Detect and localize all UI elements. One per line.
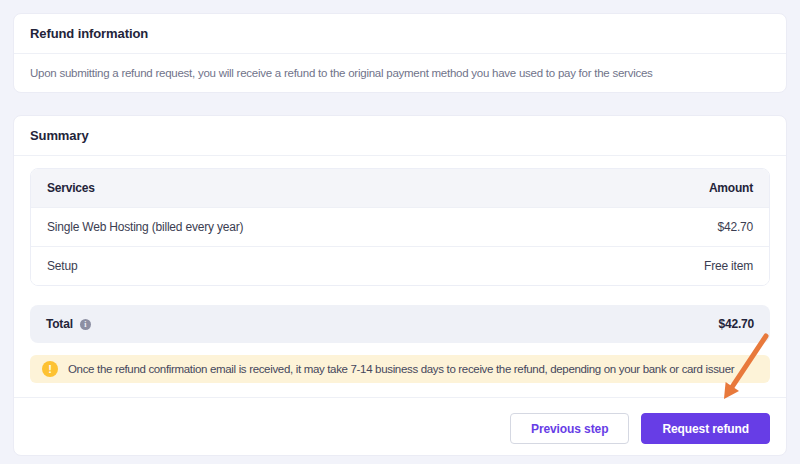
summary-content: Services Amount Single Web Hosting (bill… <box>14 156 786 383</box>
summary-card: Summary Services Amount Single Web Hosti… <box>13 115 787 456</box>
refund-information-title: Refund information <box>14 14 786 54</box>
summary-title: Summary <box>14 116 786 156</box>
service-name: Single Web Hosting (billed every year) <box>47 220 243 234</box>
total-amount: $42.70 <box>718 317 754 331</box>
request-refund-button[interactable]: Request refund <box>641 413 770 444</box>
table-row: Single Web Hosting (billed every year) $… <box>31 207 769 246</box>
total-label: Total <box>46 317 73 331</box>
refund-notice-banner: ! Once the refund confirmation email is … <box>30 355 770 383</box>
services-table: Services Amount Single Web Hosting (bill… <box>30 168 770 286</box>
refund-notice-text: Once the refund confirmation email is re… <box>68 363 734 375</box>
service-amount: Free item <box>704 259 753 273</box>
service-amount: $42.70 <box>717 220 753 234</box>
service-name: Setup <box>47 259 77 273</box>
refund-information-card: Refund information Upon submitting a ref… <box>13 13 787 93</box>
refund-page: Refund information Upon submitting a ref… <box>0 0 800 464</box>
previous-step-button[interactable]: Previous step <box>510 413 629 444</box>
summary-footer: Previous step Request refund <box>14 397 786 455</box>
table-row: Setup Free item <box>31 246 769 285</box>
total-row: Total i $42.70 <box>30 305 770 343</box>
info-circle-icon[interactable]: i <box>80 319 91 330</box>
warning-circle-icon: ! <box>42 361 58 377</box>
refund-information-description: Upon submitting a refund request, you wi… <box>14 54 786 92</box>
services-column-header: Services <box>47 181 95 195</box>
amount-column-header: Amount <box>709 181 753 195</box>
services-table-header: Services Amount <box>31 169 769 207</box>
